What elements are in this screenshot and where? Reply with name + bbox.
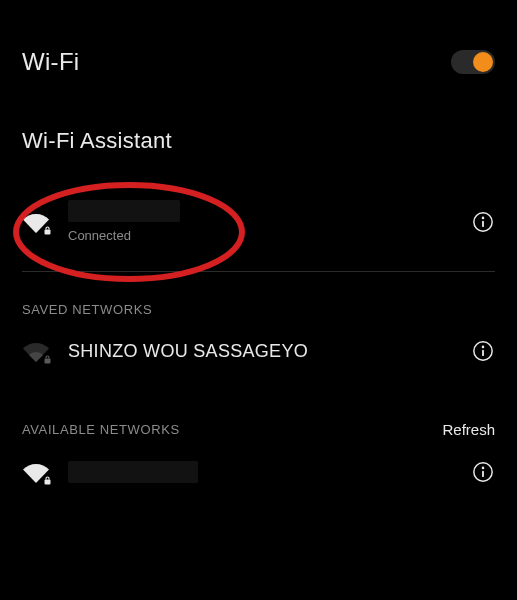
svg-rect-7	[482, 350, 484, 356]
available-network-name	[68, 461, 198, 483]
lock-icon	[43, 226, 52, 235]
info-icon	[472, 461, 494, 483]
toggle-knob	[473, 52, 493, 72]
svg-point-2	[482, 216, 485, 219]
connected-status: Connected	[68, 228, 453, 243]
svg-rect-11	[482, 471, 484, 477]
wifi-signal-icon	[22, 211, 50, 233]
wifi-toggle[interactable]	[451, 50, 495, 74]
lock-icon	[43, 355, 52, 364]
connected-network-name	[68, 200, 180, 222]
connected-network-row[interactable]: Connected	[22, 190, 495, 259]
info-icon	[472, 211, 494, 233]
svg-rect-0	[45, 229, 51, 234]
svg-point-6	[482, 346, 485, 349]
wifi-assistant-link[interactable]: Wi-Fi Assistant	[22, 128, 495, 154]
saved-network-row[interactable]: SHINZO WOU SASSAGEYO	[22, 339, 495, 363]
divider	[22, 271, 495, 272]
wifi-signal-icon	[22, 461, 50, 483]
saved-networks-header: SAVED NETWORKS	[22, 302, 495, 317]
svg-point-10	[482, 467, 485, 470]
wifi-signal-icon	[22, 340, 50, 362]
lock-icon	[43, 476, 52, 485]
available-network-row[interactable]	[22, 460, 495, 484]
available-networks-header: AVAILABLE NETWORKS	[22, 422, 180, 437]
info-icon	[472, 340, 494, 362]
saved-info-button[interactable]	[471, 339, 495, 363]
refresh-button[interactable]: Refresh	[442, 421, 495, 438]
svg-rect-8	[45, 480, 51, 485]
connected-info-button[interactable]	[471, 210, 495, 234]
svg-rect-4	[45, 359, 51, 364]
page-title: Wi-Fi	[22, 48, 79, 76]
saved-network-name: SHINZO WOU SASSAGEYO	[68, 341, 453, 362]
svg-rect-3	[482, 220, 484, 226]
available-info-button[interactable]	[471, 460, 495, 484]
